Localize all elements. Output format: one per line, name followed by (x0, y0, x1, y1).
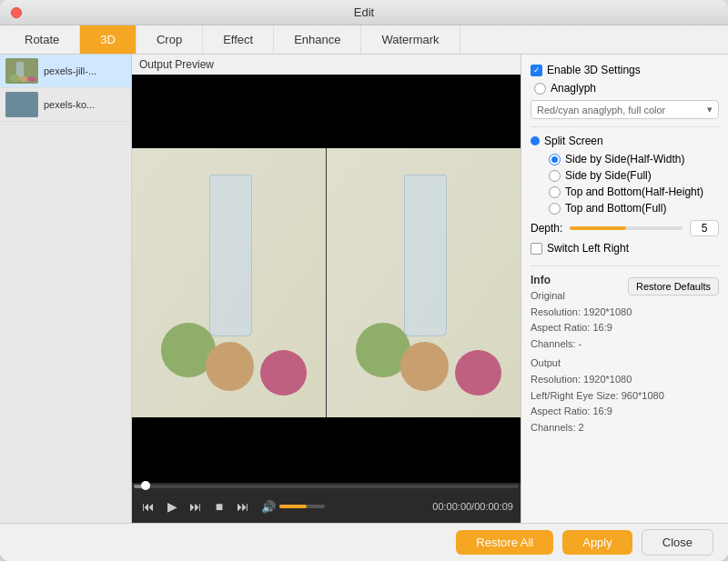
anaglyph-radio[interactable] (534, 83, 546, 95)
video-left-half (132, 148, 326, 417)
preview-label: Output Preview (132, 55, 521, 75)
info-output-channels: Channels: 2 (531, 420, 719, 436)
glass-left (209, 175, 252, 336)
depth-value[interactable]: 5 (690, 220, 719, 236)
svg-rect-5 (5, 92, 38, 117)
option-side-full-row: Side by Side(Full) (549, 169, 719, 182)
svg-point-3 (19, 76, 28, 82)
switch-lr-checkbox[interactable] (531, 243, 542, 255)
svg-point-4 (27, 76, 36, 82)
volume-fill (279, 505, 307, 508)
option-side-full-radio[interactable] (549, 170, 561, 182)
anaglyph-dropdown[interactable]: Red/cyan anaglyph, full color ▾ (531, 100, 719, 119)
thumbnail-0 (5, 58, 38, 84)
time-display: 00:00:00/00:00:09 (432, 501, 513, 512)
volume-slider[interactable] (279, 505, 325, 508)
info-original-channels: Channels: - (531, 336, 719, 353)
macaron-scene-left (132, 148, 326, 417)
depth-slider[interactable] (570, 226, 682, 230)
video-right-half (326, 148, 521, 417)
split-options: Side by Side(Half-Width) Side by Side(Fu… (531, 153, 719, 215)
macaron2-left (206, 342, 254, 390)
macaron-scene-right (327, 148, 521, 417)
restore-defaults-button[interactable]: Restore Defaults (628, 277, 719, 296)
video-black-top (132, 75, 521, 148)
split-screen-header: Split Screen (531, 135, 719, 147)
main-window: Edit Rotate 3D Crop Effect Enhance Water… (0, 0, 728, 561)
svg-point-2 (9, 75, 20, 82)
option-top-full-radio[interactable] (549, 203, 561, 215)
play-button[interactable]: ▶ (163, 497, 181, 516)
right-panel: Enable 3D Settings Anaglyph Red/cyan ana… (521, 55, 728, 523)
main-section: Output Preview (132, 55, 521, 523)
sidebar-label-0: pexels-jill-... (44, 65, 96, 76)
video-middle (132, 148, 521, 417)
tab-rotate[interactable]: Rotate (5, 25, 80, 54)
volume-area: 🔊 (261, 500, 325, 514)
video-black-bottom (132, 417, 521, 483)
anaglyph-label: Anaglyph (551, 82, 596, 95)
close-traffic-light[interactable] (11, 7, 22, 18)
content-area: pexels-jill-... pexels-ko... Output Prev… (0, 55, 728, 523)
macaron2-right (400, 342, 449, 390)
anaglyph-dropdown-value: Red/cyan anaglyph, full color (537, 105, 665, 115)
sidebar-item-0[interactable]: pexels-jill-... (0, 55, 131, 88)
depth-fill (570, 226, 626, 230)
progress-track[interactable] (134, 485, 519, 488)
depth-label: Depth: (531, 222, 562, 235)
tab-crop[interactable]: Crop (136, 25, 203, 54)
tab-enhance[interactable]: Enhance (274, 25, 361, 54)
window-title: Edit (354, 5, 374, 19)
option-side-half-row: Side by Side(Half-Width) (549, 153, 719, 165)
option-top-half-radio[interactable] (549, 186, 561, 198)
macaron3-left (260, 350, 307, 396)
volume-icon[interactable]: 🔊 (261, 500, 276, 514)
section-divider-1 (531, 126, 719, 127)
video-content (132, 75, 521, 483)
info-output-aspect: Aspect Ratio: 16:9 (531, 404, 719, 420)
split-screen-label: Split Screen (544, 135, 603, 147)
split-screen-dot (531, 136, 540, 145)
depth-row: Depth: 5 (531, 220, 719, 236)
tab-effect[interactable]: Effect (203, 25, 274, 54)
info-section: Restore Defaults Info Original Resolutio… (531, 265, 719, 436)
restore-all-button[interactable]: Restore All (456, 530, 553, 555)
anaglyph-dropdown-row: Red/cyan anaglyph, full color ▾ (531, 100, 719, 119)
video-preview (132, 75, 521, 483)
sidebar: pexels-jill-... pexels-ko... (0, 55, 132, 523)
controls-bar: ⏮ ▶ ⏭ ■ ⏭ 🔊 00:00:00/00:00:09 (132, 490, 521, 523)
close-button[interactable]: Close (642, 529, 713, 556)
option-top-half-label: Top and Bottom(Half-Height) (565, 185, 703, 198)
option-side-half-label: Side by Side(Half-Width) (565, 153, 684, 165)
info-original-resolution: Resolution: 1920*1080 (531, 305, 719, 321)
glass-right (404, 175, 447, 336)
bottom-bar: Restore All Apply Close (0, 523, 728, 561)
info-original-aspect: Aspect Ratio: 16:9 (531, 320, 719, 336)
enable-3d-checkbox[interactable] (531, 65, 542, 76)
info-output-label: Output (531, 356, 719, 372)
tab-watermark[interactable]: Watermark (361, 25, 460, 54)
end-button[interactable]: ⏭ (234, 497, 252, 516)
skip-forward-button[interactable]: ⏭ (187, 497, 205, 516)
tab-3d[interactable]: 3D (80, 25, 136, 54)
sidebar-item-1[interactable]: pexels-ko... (0, 88, 131, 122)
switch-lr-row: Switch Left Right (531, 242, 719, 255)
option-top-full-label: Top and Bottom(Full) (565, 202, 666, 215)
option-side-half-radio[interactable] (549, 154, 561, 165)
info-output-lr-size: Left/Right Eye Size: 960*1080 (531, 388, 719, 405)
dropdown-chevron-icon: ▾ (707, 104, 713, 115)
progress-bar-container[interactable] (132, 483, 521, 490)
stop-button[interactable]: ■ (210, 497, 228, 516)
apply-button[interactable]: Apply (562, 530, 632, 555)
macaron3-right (455, 350, 501, 396)
info-output-resolution: Resolution: 1920*1080 (531, 372, 719, 388)
sidebar-label-1: pexels-ko... (44, 99, 95, 110)
thumbnail-1 (5, 92, 38, 117)
skip-to-start-button[interactable]: ⏮ (139, 497, 157, 516)
option-top-full-row: Top and Bottom(Full) (549, 202, 719, 215)
anaglyph-row: Anaglyph (534, 82, 719, 95)
progress-thumb (141, 481, 150, 490)
tabs-bar: Rotate 3D Crop Effect Enhance Watermark (0, 25, 728, 55)
option-side-full-label: Side by Side(Full) (565, 169, 652, 182)
enable-3d-label: Enable 3D Settings (547, 64, 641, 76)
